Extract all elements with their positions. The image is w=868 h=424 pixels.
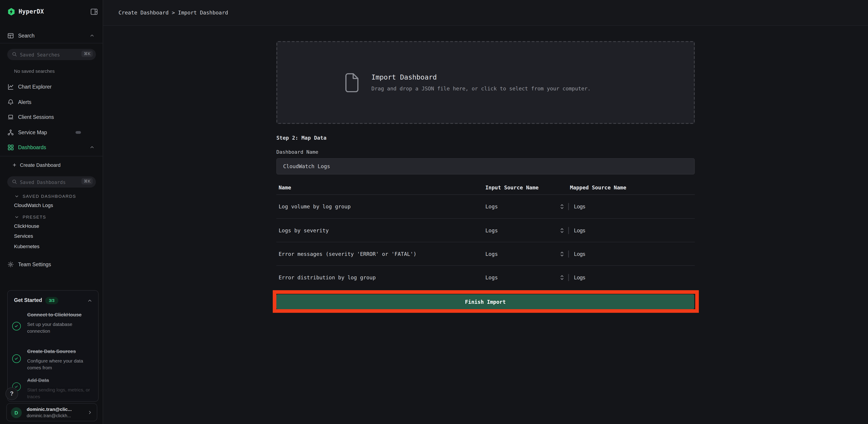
sidebar-item-alerts[interactable]: Alerts — [0, 95, 103, 109]
saved-searches-placeholder: Saved Searches — [20, 52, 60, 57]
saved-dashboards-placeholder: Saved Dashboards — [20, 179, 66, 185]
sidebar-item-dashboards[interactable]: Dashboards — [0, 140, 103, 155]
chevron-up-icon[interactable] — [87, 298, 92, 303]
get-started-item-desc: Start sending logs, metrics, or traces — [27, 386, 96, 400]
hyperdx-logo-icon — [7, 8, 16, 16]
select-value: Logs — [574, 204, 585, 209]
chart-name: Log volume by log group — [276, 203, 483, 210]
mapped-source-select[interactable]: Logs — [568, 250, 569, 257]
sidebar-preset-services[interactable]: Services — [14, 233, 33, 239]
get-started-item-title: Connect to ClickHouse — [27, 312, 96, 319]
dropzone-text: Import Dashboard Drag and drop a JSON fi… — [371, 73, 590, 92]
sidebar-item-label: Dashboards — [18, 144, 46, 150]
select-caret-icon — [560, 251, 564, 257]
collapse-sidebar-icon[interactable] — [90, 8, 98, 16]
input-source-name: Logs — [483, 274, 568, 281]
section-header-label: SAVED DASHBOARDS — [23, 194, 76, 199]
mapped-source-cell: Logs — [568, 274, 695, 281]
get-started-progress-badge: 3/3 — [45, 297, 58, 304]
shortcut-badge: ⌘K — [82, 51, 93, 57]
sidebar-preset-clickhouse[interactable]: ClickHouse — [14, 223, 39, 229]
table-row: Logs by severity Logs Logs — [276, 218, 695, 242]
create-dashboard-button[interactable]: Create Dashboard — [0, 159, 103, 171]
get-started-item[interactable]: Create Data Sources Configure where your… — [27, 348, 96, 371]
sidebar: HyperDX Search Saved Searches ⌘K No save… — [0, 0, 103, 424]
chart-explorer-icon — [7, 83, 14, 90]
input-source-name: Logs — [483, 203, 568, 210]
select-caret-icon — [560, 227, 564, 234]
finish-import-button[interactable]: Finish Import — [276, 294, 694, 309]
divider — [0, 156, 103, 156]
sidebar-item-label: Alerts — [18, 99, 31, 105]
divider — [0, 43, 103, 43]
mapped-source-select[interactable]: Logs — [568, 227, 569, 234]
get-started-item-title: Create Data Sources — [27, 348, 96, 355]
breadcrumb: Create Dashboard > Import Dashboard — [119, 9, 228, 16]
no-saved-searches-note: No saved searches — [14, 68, 55, 74]
section-header-label: PRESETS — [23, 215, 46, 220]
section-presets[interactable]: PRESETS — [0, 214, 103, 220]
sidebar-item-label: Team Settings — [18, 261, 51, 267]
brand-name: HyperDX — [19, 8, 44, 15]
sidebar-item-label: Chart Explorer — [18, 84, 52, 89]
beta-badge — [75, 131, 81, 134]
dashboard-name-label: Dashboard Name — [276, 149, 318, 155]
get-started-item[interactable]: Add Data Start sending logs, metrics, or… — [27, 377, 96, 400]
file-icon — [344, 72, 360, 92]
sidebar-item-label: Service Map — [18, 130, 47, 135]
input-source-name: Logs — [483, 227, 568, 233]
table-row: Log volume by log group Logs Logs — [276, 195, 695, 218]
column-header-name: Name — [276, 185, 483, 191]
user-account-button[interactable]: D dominic.tran@clic... dominic.tran@clic… — [6, 403, 97, 421]
mapped-source-select[interactable]: Logs — [568, 203, 569, 210]
mapped-source-cell: Logs — [568, 251, 695, 257]
step-heading: Step 2: Map Data — [276, 135, 327, 141]
sidebar-item-search[interactable]: Search — [0, 28, 103, 43]
import-dropzone[interactable]: Import Dashboard Drag and drop a JSON fi… — [276, 41, 695, 124]
chevron-down-icon — [14, 194, 19, 198]
app-root: HyperDX Search Saved Searches ⌘K No save… — [0, 0, 868, 424]
sidebar-dashboard-cloudwatch-logs[interactable]: CloudWatch Logs — [14, 202, 53, 208]
check-circle-icon — [12, 354, 21, 363]
get-started-header[interactable]: Get Started 3/3 — [8, 296, 98, 306]
select-value: Logs — [574, 274, 585, 280]
bell-icon — [7, 99, 14, 105]
chevron-up-icon — [90, 33, 95, 38]
mapped-source-select[interactable]: Logs — [568, 274, 569, 281]
dropzone-title: Import Dashboard — [371, 73, 590, 81]
get-started-title: Get Started — [14, 297, 42, 303]
table-row: Error messages (severity 'ERROR' or 'FAT… — [276, 242, 695, 265]
shortcut-badge: ⌘K — [82, 178, 93, 185]
select-value: Logs — [574, 251, 585, 257]
service-map-icon — [7, 129, 14, 136]
user-name: dominic.tran@clic... — [27, 406, 72, 412]
sidebar-item-label: Search — [18, 33, 35, 38]
dashboard-name-input[interactable] — [276, 158, 695, 174]
sidebar-preset-kubernetes[interactable]: Kubernetes — [14, 243, 39, 249]
dropzone-content: Import Dashboard Drag and drop a JSON fi… — [344, 72, 590, 92]
get-started-item-desc: Set up your database connection — [27, 321, 96, 335]
help-button[interactable]: ? — [5, 387, 18, 400]
mapped-source-cell: Logs — [568, 203, 695, 210]
laptop-icon — [7, 113, 14, 120]
select-caret-icon — [560, 274, 564, 281]
saved-dashboards-input[interactable]: Saved Dashboards ⌘K — [7, 176, 96, 188]
create-dashboard-label: Create Dashboard — [20, 162, 61, 168]
table-row: Error distribution by log group Logs Log… — [276, 265, 695, 289]
topbar: Create Dashboard > Import Dashboard — [103, 0, 868, 26]
saved-searches-input[interactable]: Saved Searches ⌘K — [7, 49, 96, 60]
mapped-source-cell: Logs — [568, 227, 695, 233]
sidebar-item-team-settings[interactable]: Team Settings — [0, 257, 103, 272]
sidebar-item-service-map[interactable]: Service Map — [0, 125, 103, 140]
plus-icon — [12, 163, 17, 167]
sidebar-item-client-sessions[interactable]: Client Sessions — [0, 109, 103, 124]
source-mapping-table: Name Input Source Name Mapped Source Nam… — [276, 181, 695, 289]
chart-name: Error distribution by log group — [276, 274, 483, 281]
get-started-item[interactable]: Connect to ClickHouse Set up your databa… — [27, 312, 96, 335]
avatar: D — [11, 407, 22, 418]
search-section-icon — [7, 32, 14, 39]
sidebar-item-chart-explorer[interactable]: Chart Explorer — [0, 79, 103, 94]
search-icon — [12, 52, 17, 57]
section-saved-dashboards[interactable]: SAVED DASHBOARDS — [0, 193, 103, 199]
dashboards-grid-icon — [7, 144, 14, 151]
